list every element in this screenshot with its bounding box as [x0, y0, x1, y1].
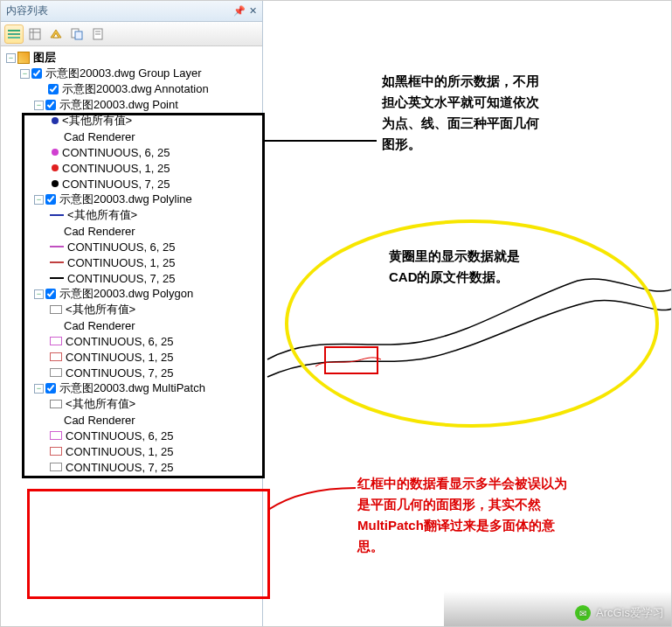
- polyline-layer-label: 示意图20003.dwg Polyline: [58, 192, 192, 207]
- polygon-symbol-icon: [50, 431, 62, 440]
- collapse-icon[interactable]: −: [34, 195, 44, 205]
- svg-rect-2: [8, 37, 20, 38]
- list-by-source-button[interactable]: [25, 24, 45, 44]
- wechat-icon: ✉: [575, 605, 591, 621]
- svg-rect-1: [8, 33, 20, 35]
- black-leader-line: [263, 136, 377, 145]
- annotation-layer-label: 示意图20003.dwg Annotation: [60, 81, 209, 97]
- polygon-symbol-icon: [50, 337, 62, 345]
- options-button[interactable]: [88, 24, 107, 44]
- point-symbol-icon: [52, 164, 59, 171]
- collapse-icon[interactable]: −: [34, 289, 44, 299]
- symbol-row[interactable]: CONTINUOUS, 7, 25: [48, 459, 259, 475]
- point-layer-label: 示意图20003.dwg Point: [58, 97, 178, 113]
- annotation-layer[interactable]: 示意图20003.dwg Annotation: [34, 81, 259, 97]
- root-label: 图层: [31, 50, 56, 66]
- point-symbol-icon: [52, 149, 59, 156]
- symbol-row[interactable]: CONTINUOUS, 7, 25: [48, 176, 259, 192]
- polygon-layer[interactable]: − 示意图20003.dwg Polygon: [34, 286, 259, 302]
- multipatch-layer[interactable]: − 示意图20003.dwg MultiPatch: [34, 380, 259, 396]
- group-layer[interactable]: − 示意图20003.dwg Group Layer: [20, 66, 259, 81]
- point-layer[interactable]: − 示意图20003.dwg Point: [34, 97, 259, 113]
- symbol-row[interactable]: CONTINUOUS, 7, 25: [48, 365, 259, 380]
- watermark: ✉ ArcGis爱学习: [575, 605, 664, 621]
- svg-rect-3: [30, 29, 40, 39]
- layer-checkbox[interactable]: [45, 383, 56, 394]
- watermark-label: ArcGis爱学习: [596, 605, 664, 621]
- black-annotation-text: 如黑框中的所示数据，不用担心英文水平就可知道依次为点、线、面三种平面几何图形。: [382, 71, 548, 155]
- red-annotation-text: 红框中的数据看显示多半会被误以为是平面几何的面图形，其实不然MultiPatch…: [357, 473, 567, 557]
- symbol-row[interactable]: <其他所有值>: [48, 302, 259, 317]
- svg-rect-0: [8, 30, 20, 31]
- list-by-selection-button[interactable]: [67, 24, 87, 44]
- polygon-symbol-icon: [50, 305, 62, 314]
- symbol-row[interactable]: CONTINUOUS, 6, 25: [48, 144, 259, 160]
- layer-checkbox[interactable]: [45, 100, 56, 110]
- polygon-symbol-icon: [50, 352, 62, 361]
- toc-tree: − 图层 − 示意图20003.dwg Group Layer: [1, 46, 262, 478]
- list-by-visibility-button[interactable]: [46, 24, 66, 44]
- list-by-drawing-button[interactable]: [4, 24, 24, 44]
- polygon-symbol-icon: [50, 463, 62, 471]
- symbol-row[interactable]: CONTINUOUS, 6, 25: [48, 428, 259, 443]
- point-symbol-icon: [52, 180, 59, 187]
- collapse-icon[interactable]: −: [20, 69, 30, 79]
- symbol-row[interactable]: CONTINUOUS, 6, 25: [48, 333, 259, 349]
- symbol-row[interactable]: CONTINUOUS, 6, 25: [48, 239, 259, 254]
- polyline-layer[interactable]: − 示意图20003.dwg Polyline: [34, 192, 259, 207]
- root-layers[interactable]: − 图层: [6, 50, 259, 66]
- renderer-row: Cad Renderer: [48, 412, 259, 428]
- symbol-row[interactable]: CONTINUOUS, 1, 25: [48, 160, 259, 176]
- toc-panel: 内容列表 📌 ✕: [1, 1, 263, 626]
- collapse-icon[interactable]: −: [6, 53, 16, 63]
- collapse-icon[interactable]: −: [34, 384, 44, 394]
- group-layer-label: 示意图20003.dwg Group Layer: [44, 66, 201, 81]
- multipatch-layer-label: 示意图20003.dwg MultiPatch: [58, 380, 205, 396]
- polygon-symbol-icon: [50, 400, 62, 408]
- layer-checkbox[interactable]: [48, 84, 59, 94]
- renderer-row: Cad Renderer: [48, 129, 259, 144]
- renderer-row: Cad Renderer: [48, 317, 259, 333]
- polygon-symbol-icon: [50, 368, 62, 377]
- polygon-layer-label: 示意图20003.dwg Polygon: [58, 286, 193, 302]
- line-symbol-icon: [50, 214, 64, 216]
- line-symbol-icon: [50, 246, 64, 247]
- layer-checkbox[interactable]: [45, 289, 56, 299]
- symbol-row[interactable]: CONTINUOUS, 7, 25: [48, 270, 259, 286]
- symbol-row[interactable]: CONTINUOUS, 1, 25: [48, 254, 259, 270]
- close-icon[interactable]: ✕: [249, 5, 257, 17]
- line-symbol-icon: [50, 277, 64, 279]
- renderer-row: Cad Renderer: [48, 223, 259, 239]
- point-symbol-icon: [52, 117, 59, 124]
- yellow-annotation-text: 黄圈里的显示数据就是CAD的原文件数据。: [389, 246, 546, 288]
- layer-checkbox[interactable]: [31, 68, 42, 79]
- toc-toolbar: [1, 22, 262, 46]
- collapse-icon[interactable]: −: [34, 101, 44, 110]
- red-leader-line: [268, 484, 356, 519]
- layers-icon: [17, 52, 30, 64]
- layer-checkbox[interactable]: [45, 194, 56, 205]
- toc-header: 内容列表 📌 ✕: [1, 1, 262, 22]
- toc-title: 内容列表: [6, 3, 233, 18]
- symbol-row[interactable]: <其他所有值>: [48, 207, 259, 223]
- polygon-symbol-icon: [50, 447, 62, 456]
- svg-rect-7: [75, 31, 82, 39]
- symbol-row[interactable]: CONTINUOUS, 1, 25: [48, 443, 259, 459]
- symbol-row[interactable]: <其他所有值>: [48, 396, 259, 412]
- symbol-row[interactable]: <其他所有值>: [48, 113, 259, 129]
- pin-icon[interactable]: 📌: [233, 5, 246, 17]
- line-symbol-icon: [50, 261, 64, 263]
- symbol-row[interactable]: CONTINUOUS, 1, 25: [48, 349, 259, 365]
